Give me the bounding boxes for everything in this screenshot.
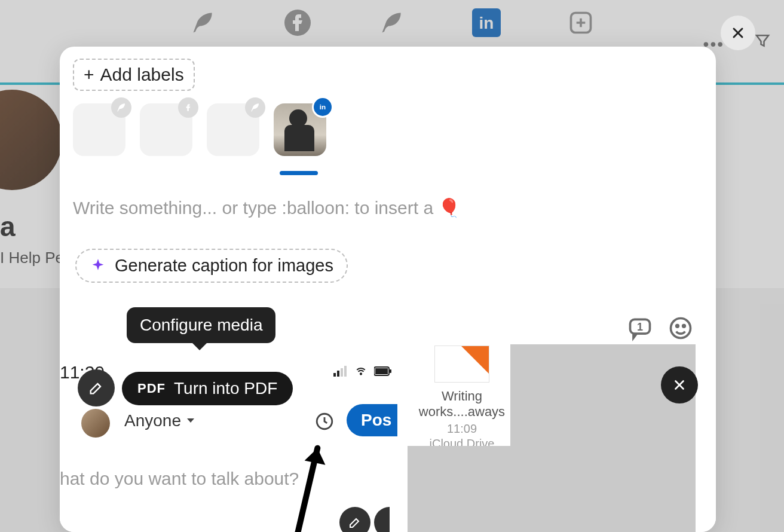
caret-down-icon [186,417,195,424]
status-bar-icons [333,366,392,377]
edit-media-button[interactable] [78,369,115,406]
svg-marker-19 [304,448,329,473]
next-button-partial[interactable] [374,507,390,532]
svg-rect-15 [375,368,388,374]
emoji-button[interactable] [667,314,694,342]
turn-into-pdf-button[interactable]: PDF Turn into PDF [122,372,293,405]
composer-side-icons: 1 [626,314,694,342]
svg-rect-16 [390,369,391,373]
account-thumb-1[interactable] [73,103,125,156]
gray-media-placeholder-2 [408,446,510,532]
generate-caption-button[interactable]: Generate caption for images [75,249,348,283]
account-thumb-3[interactable] [207,103,259,156]
media-preview-left: 11:29 Configure media PDF Turn into PDF … [60,344,387,532]
composer-textarea[interactable]: Write something... or type :balloon: to … [73,197,460,218]
account-thumb-2[interactable] [140,103,192,156]
svg-point-13 [360,373,362,374]
file-title: Writing works....aways [411,389,513,420]
svg-point-6 [671,319,691,338]
svg-rect-12 [344,366,347,377]
composer-placeholder-text: Write something... or type :balloon: to … [73,197,460,218]
edit-post-button[interactable] [339,507,370,532]
pdf-prefix: PDF [137,381,166,396]
mini-avatar [81,409,110,438]
file-time: 11:09 [411,422,513,436]
add-labels-button[interactable]: + Add labels [73,59,195,91]
facebook-icon [178,97,198,118]
wifi-icon [354,366,368,377]
remove-media-button[interactable] [661,366,698,403]
plus-icon: + [84,65,94,85]
configure-media-tooltip: Configure media [127,307,275,343]
svg-rect-9 [333,373,336,377]
svg-point-8 [683,325,685,328]
account-thumbnails: in [73,103,326,156]
svg-text:in: in [320,103,326,111]
linkedin-icon: in [312,96,333,118]
feather-icon [111,97,131,118]
account-thumb-linkedin[interactable]: in [274,103,326,156]
feather-icon [245,97,265,118]
svg-rect-11 [341,368,343,377]
pdf-label: Turn into PDF [174,379,277,398]
post-label: Pos [361,411,391,430]
sparkle-icon [90,258,106,274]
comment-count: 1 [637,321,643,334]
post-button[interactable]: Pos [347,404,397,436]
audience-selector[interactable]: Anyone [124,411,195,430]
media-preview-area: 11:29 Configure media PDF Turn into PDF … [60,344,716,532]
svg-point-7 [676,325,679,328]
compose-modal: + Add labels in [60,47,716,532]
battery-icon [374,366,392,376]
document-thumb-icon [434,346,489,383]
generate-caption-label: Generate caption for images [115,256,333,276]
selected-underline [280,171,318,175]
signal-icon [333,366,348,377]
svg-rect-10 [337,371,339,377]
audience-label: Anyone [124,411,181,430]
add-labels-text: Add labels [100,65,184,85]
close-modal-button[interactable] [721,16,755,50]
comment-count-button[interactable]: 1 [626,314,654,342]
